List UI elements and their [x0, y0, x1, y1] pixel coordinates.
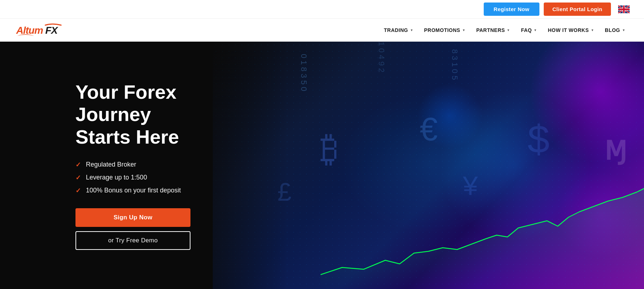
navbar: Altum FX TRADING ▾ PROMOTIONS ▾ PARTNERS… [0, 19, 644, 42]
nav-link-how-it-works[interactable]: HOW IT WORKS ▾ [543, 24, 598, 36]
nav-link-faq[interactable]: FAQ ▾ [516, 24, 542, 36]
checkmark-icon-2: ✓ [75, 174, 81, 182]
register-now-button[interactable]: Register Now [484, 3, 539, 16]
hero-section: ₿ € $ £ ¥ Ɱ 0 1 8 3 5 0 1 0 4 9 2 8 3 1 … [0, 42, 644, 289]
svg-point-5 [418, 103, 547, 210]
feature-item-1: ✓ Regulated Broker [75, 161, 252, 169]
nav-item-partners[interactable]: PARTNERS ▾ [471, 24, 514, 36]
nav-item-blog[interactable]: BLOG ▾ [600, 24, 630, 36]
top-bar: Register Now Client Portal Login [0, 0, 644, 19]
altumfx-logo[interactable]: Altum FX [14, 22, 72, 38]
nav-link-promotions[interactable]: PROMOTIONS ▾ [419, 24, 470, 36]
feature-item-3: ✓ 100% Bonus on your first deposit [75, 187, 252, 195]
svg-text:FX: FX [45, 25, 59, 36]
chevron-down-icon: ▾ [592, 28, 594, 32]
nav-link-partners[interactable]: PARTNERS ▾ [471, 24, 514, 36]
sign-up-now-button[interactable]: Sign Up Now [75, 208, 190, 227]
uk-flag-icon[interactable] [618, 5, 630, 13]
nav-item-promotions[interactable]: PROMOTIONS ▾ [419, 24, 470, 36]
nav-link-blog[interactable]: BLOG ▾ [600, 24, 630, 36]
logo-area[interactable]: Altum FX [14, 22, 72, 38]
hero-title: Your Forex Journey Starts Here [75, 81, 252, 148]
nav-item-how-it-works[interactable]: HOW IT WORKS ▾ [543, 24, 598, 36]
feature-list: ✓ Regulated Broker ✓ Leverage up to 1:50… [75, 161, 252, 195]
client-portal-button[interactable]: Client Portal Login [544, 3, 611, 16]
chevron-down-icon: ▾ [623, 28, 625, 32]
nav-links: TRADING ▾ PROMOTIONS ▾ PARTNERS ▾ FAQ ▾ [379, 24, 630, 36]
checkmark-icon-1: ✓ [75, 161, 81, 169]
svg-text:Altum: Altum [16, 25, 43, 36]
try-free-demo-button[interactable]: or Try Free Demo [75, 231, 190, 250]
chevron-down-icon: ▾ [411, 28, 413, 32]
nav-item-trading[interactable]: TRADING ▾ [379, 24, 418, 36]
hero-content: Your Forex Journey Starts Here ✓ Regulat… [0, 81, 252, 250]
chevron-down-icon: ▾ [507, 28, 510, 32]
nav-item-faq[interactable]: FAQ ▾ [516, 24, 542, 36]
checkmark-icon-3: ✓ [75, 187, 81, 195]
nav-link-trading[interactable]: TRADING ▾ [379, 24, 418, 36]
chevron-down-icon: ▾ [534, 28, 537, 32]
feature-item-2: ✓ Leverage up to 1:500 [75, 174, 252, 182]
chevron-down-icon: ▾ [463, 28, 465, 32]
